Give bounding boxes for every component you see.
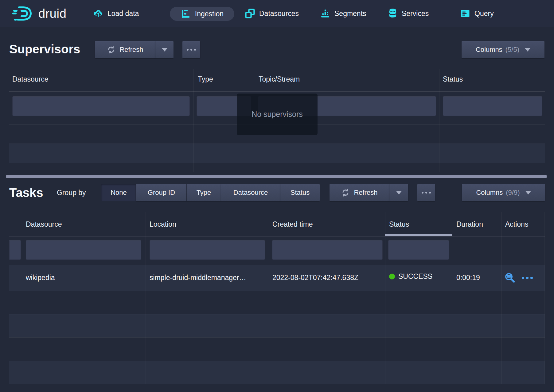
column-header-actions[interactable]: Actions (505, 220, 528, 229)
group-by-label: Group by (57, 189, 86, 197)
group-by-group-id-button[interactable]: Group ID (136, 184, 186, 201)
nav-item-segments[interactable]: Segments (320, 0, 366, 27)
top-nav: druid Load data Ingestion (0, 0, 554, 27)
supervisors-title: Supervisors (9, 42, 80, 56)
row-divider (9, 291, 545, 291)
columns-count: (5/5) (505, 46, 519, 54)
tasks-more-button[interactable] (417, 184, 435, 201)
header-underline (9, 91, 545, 92)
column-header-type[interactable]: Type (198, 75, 213, 83)
refresh-icon (107, 45, 116, 54)
column-header-duration[interactable]: Duration (456, 220, 483, 229)
column-divider (501, 212, 502, 384)
nav-item-datasources[interactable]: Datasources (245, 0, 299, 27)
logo-text: druid (38, 7, 66, 21)
column-divider (439, 69, 439, 172)
nav-divider (445, 6, 445, 21)
created-time-filter-input[interactable] (272, 240, 383, 260)
supervisors-columns-button[interactable]: Columns (5/5) (462, 41, 544, 58)
table-row (9, 314, 545, 337)
druid-logo[interactable]: druid (12, 0, 66, 27)
clipped-filter-input[interactable] (9, 240, 21, 260)
nav-item-label: Services (402, 10, 429, 18)
refresh-label: Refresh (119, 46, 143, 54)
column-divider (146, 212, 146, 384)
column-divider (385, 212, 385, 384)
column-divider (23, 212, 23, 384)
task-duration-cell: 0:00:19 (456, 274, 480, 282)
success-status-dot-icon (389, 274, 395, 279)
nav-item-label: Query (474, 10, 494, 18)
nav-item-label: Ingestion (195, 10, 224, 18)
row-divider (9, 384, 545, 384)
tasks-refresh-dropdown-button[interactable] (389, 184, 408, 201)
cloud-upload-icon (93, 8, 103, 19)
segments-icon (320, 8, 330, 19)
row-divider (9, 265, 545, 265)
task-more-actions-icon[interactable] (522, 277, 533, 279)
empty-message: No supervisors (252, 110, 303, 119)
table-row (9, 361, 545, 384)
tasks-refresh-button[interactable]: Refresh (330, 184, 389, 201)
chevron-down-icon (396, 191, 402, 194)
columns-label: Columns (476, 189, 503, 197)
nav-item-label: Segments (334, 10, 366, 18)
row-divider (9, 163, 545, 163)
column-divider (193, 69, 194, 172)
nav-item-label: Datasources (259, 10, 299, 18)
datasources-icon (245, 8, 255, 19)
table-row (9, 144, 545, 163)
task-location-cell: simple-druid-middlemanager… (150, 274, 246, 282)
group-by-datasource-button[interactable]: Datasource (221, 184, 280, 201)
column-divider (453, 212, 453, 384)
header-underline (9, 236, 545, 236)
group-by-none-button[interactable]: None (101, 184, 136, 201)
supervisors-refresh-dropdown-button[interactable] (155, 41, 174, 58)
tasks-columns-button[interactable]: Columns (9/9) (462, 184, 545, 201)
task-status-cell: SUCCESS (389, 272, 432, 281)
status-text: SUCCESS (398, 272, 432, 281)
task-datasource-cell: wikipedia (26, 274, 55, 282)
column-header-created-time[interactable]: Created time (272, 220, 313, 229)
supervisors-refresh-button[interactable]: Refresh (95, 41, 155, 58)
column-header-topic-stream[interactable]: Topic/Stream (259, 75, 300, 83)
task-detail-magnifier-icon[interactable] (505, 272, 516, 283)
sort-indicator (385, 234, 452, 236)
group-by-button-group: None Group ID Type Datasource Status (101, 184, 320, 201)
task-actions-cell (505, 272, 533, 283)
status-filter-input[interactable] (388, 240, 449, 260)
tasks-title: Tasks (9, 186, 43, 200)
datasource-filter-input[interactable] (12, 96, 190, 116)
columns-count: (9/9) (506, 189, 520, 197)
column-divider (544, 212, 544, 384)
nav-item-services[interactable]: Services (388, 0, 429, 27)
task-created-time-cell: 2022-08-02T07:42:47.638Z (272, 274, 358, 282)
columns-label: Columns (476, 46, 502, 54)
no-supervisors-overlay: No supervisors (237, 94, 318, 135)
refresh-label: Refresh (354, 189, 377, 197)
datasource-filter-input[interactable] (26, 240, 141, 260)
column-header-datasource[interactable]: Datasource (12, 75, 49, 83)
supervisors-more-button[interactable] (182, 41, 200, 58)
chevron-down-icon (525, 48, 530, 52)
more-icon (422, 192, 431, 194)
horizontal-scrollbar[interactable] (6, 175, 547, 178)
column-header-datasource[interactable]: Datasource (26, 220, 62, 229)
location-filter-input[interactable] (150, 240, 265, 260)
chevron-down-icon (162, 48, 167, 52)
nav-item-query[interactable]: Query (460, 0, 494, 27)
group-by-type-button[interactable]: Type (186, 184, 221, 201)
row-divider (9, 314, 545, 314)
column-divider (268, 212, 268, 384)
nav-divider (78, 6, 78, 21)
status-filter-input[interactable] (443, 96, 542, 116)
column-header-location[interactable]: Location (150, 220, 176, 229)
refresh-icon (341, 188, 350, 197)
group-by-status-button[interactable]: Status (280, 184, 320, 201)
row-divider (9, 144, 545, 144)
nav-item-load-data[interactable]: Load data (93, 0, 139, 27)
ingestion-icon (181, 9, 191, 19)
column-header-status[interactable]: Status (443, 75, 463, 83)
column-header-status-sorted[interactable]: Status (389, 220, 409, 229)
nav-item-ingestion[interactable]: Ingestion (170, 7, 234, 21)
